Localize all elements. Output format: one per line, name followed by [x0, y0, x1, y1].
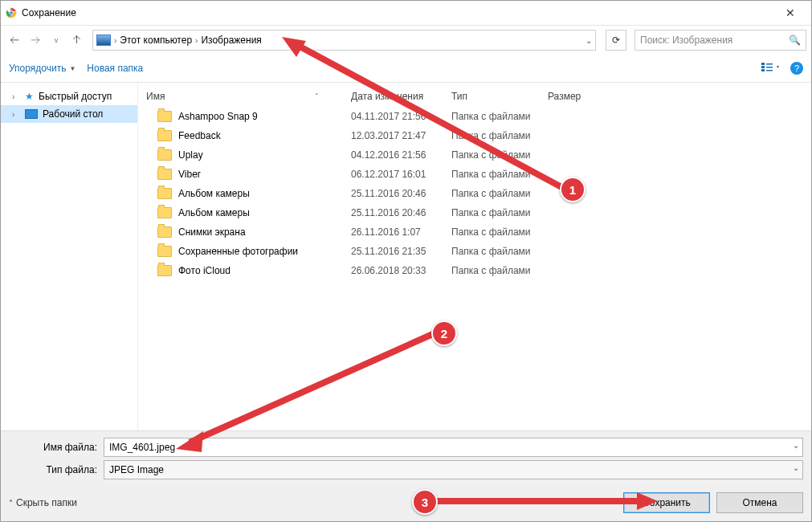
file-type: Папка с файлами — [451, 111, 548, 122]
sidebar-item-desktop[interactable]: › Рабочий стол — [1, 105, 137, 123]
hide-folders-button[interactable]: ˄ Скрыть папки — [9, 497, 77, 508]
svg-rect-6 — [766, 63, 773, 65]
new-folder-button[interactable]: Новая папка — [87, 63, 143, 74]
filename-input[interactable]: IMG_4601.jpeg ⌄ — [104, 438, 803, 457]
svg-rect-7 — [766, 67, 773, 68]
file-name: Viber — [178, 169, 201, 180]
file-type: Папка с файлами — [451, 130, 548, 141]
file-name: Альбом камеры — [178, 188, 250, 199]
window-title: Сохранение — [22, 7, 774, 18]
file-type: Папка с файлами — [451, 207, 548, 218]
table-row[interactable]: Сохраненные фотографии25.11.2016 21:35Па… — [138, 242, 811, 261]
search-input[interactable]: Поиск: Изображения 🔍 — [635, 30, 806, 51]
folder-icon — [157, 111, 172, 122]
file-name: Feedback — [178, 130, 221, 141]
column-name[interactable]: Имя ˄ — [146, 88, 351, 105]
file-name: Снимки экрана — [178, 226, 246, 238]
file-date: 04.11.2017 21:56 — [351, 111, 451, 122]
dialog-body: › ★ Быстрый доступ › Рабочий стол Имя ˄ … — [1, 83, 811, 436]
table-row[interactable]: Viber06.12.2017 16:01Папка с файлами — [138, 165, 811, 184]
up-button[interactable]: 🡡 — [68, 31, 86, 49]
svg-rect-4 — [761, 66, 765, 68]
file-date: 04.12.2016 21:56 — [351, 149, 451, 161]
table-row[interactable]: Ashampoo Snap 904.11.2017 21:56Папка с ф… — [138, 107, 811, 126]
chevron-right-icon: › — [12, 110, 20, 119]
column-type[interactable]: Тип — [451, 88, 548, 105]
table-row[interactable]: Uplay04.12.2016 21:56Папка с файлами — [138, 145, 811, 165]
file-date: 12.03.2017 21:47 — [351, 130, 451, 141]
desktop-icon — [25, 109, 38, 119]
folder-icon — [157, 226, 172, 238]
file-type: Папка с файлами — [451, 265, 548, 276]
chevron-right-icon: › — [195, 36, 198, 45]
title-bar: Сохранение ✕ — [1, 1, 811, 26]
chevron-up-icon: ˄ — [9, 499, 13, 508]
file-list: Имя ˄ Дата изменения Тип Размер Ashampoo… — [138, 83, 811, 436]
file-name: Альбом камеры — [178, 207, 250, 218]
dialog-footer: Имя файла: IMG_4601.jpeg ⌄ Тип файла: JP… — [1, 430, 811, 521]
address-bar[interactable]: › Этот компьютер › Изображения ⌄ — [92, 30, 596, 51]
folder-icon — [157, 207, 172, 218]
filename-row: Имя файла: IMG_4601.jpeg ⌄ — [9, 438, 803, 457]
file-date: 26.11.2016 1:07 — [351, 226, 451, 238]
cancel-button[interactable]: Отмена — [716, 492, 803, 513]
svg-rect-3 — [761, 63, 765, 65]
toolbar: Упорядочить ▼ Новая папка ? — [1, 55, 811, 83]
chevron-down-icon[interactable]: ⌄ — [793, 463, 799, 472]
file-date: 06.12.2017 16:01 — [351, 169, 451, 180]
table-row[interactable]: Feedback12.03.2017 21:47Папка с файлами — [138, 126, 811, 145]
nav-bar: 🡠 🡢 v 🡡 › Этот компьютер › Изображения ⌄… — [1, 26, 811, 55]
file-name: Uplay — [178, 149, 203, 161]
refresh-button[interactable]: ⟳ — [606, 30, 626, 51]
column-size[interactable]: Размер — [548, 88, 612, 105]
this-pc-icon — [96, 35, 111, 46]
table-row[interactable]: Альбом камеры25.11.2016 20:46Папка с фай… — [138, 203, 811, 222]
folder-icon — [157, 130, 172, 141]
help-button[interactable]: ? — [790, 62, 803, 75]
table-row[interactable]: Снимки экрана26.11.2016 1:07Папка с файл… — [138, 222, 811, 242]
sidebar-item-quick-access[interactable]: › ★ Быстрый доступ — [1, 88, 137, 105]
folder-icon — [157, 169, 172, 180]
file-date: 25.11.2016 20:46 — [351, 188, 451, 199]
chrome-icon — [6, 7, 17, 18]
column-headers: Имя ˄ Дата изменения Тип Размер — [138, 83, 811, 107]
sort-indicator-icon: ˄ — [315, 92, 319, 100]
svg-point-2 — [10, 11, 13, 14]
organize-button[interactable]: Упорядочить ▼ — [9, 63, 75, 74]
recent-locations-button[interactable]: v — [47, 31, 65, 49]
close-button[interactable]: ✕ — [774, 6, 806, 19]
forward-button[interactable]: 🡢 — [27, 31, 44, 49]
file-name: Сохраненные фотографии — [178, 246, 298, 257]
folder-icon — [157, 188, 172, 199]
folder-icon — [157, 246, 172, 257]
table-row[interactable]: Альбом камеры25.11.2016 20:46Папка с фай… — [138, 184, 811, 203]
breadcrumb-pictures[interactable]: Изображения — [201, 35, 261, 46]
chevron-down-icon[interactable]: ⌄ — [586, 36, 592, 45]
breadcrumb-this-pc[interactable]: Этот компьютер — [120, 35, 192, 46]
filetype-label: Тип файла: — [9, 464, 104, 475]
file-name: Ashampoo Snap 9 — [178, 111, 258, 122]
folder-icon — [157, 149, 172, 161]
file-type: Папка с файлами — [451, 169, 548, 180]
svg-rect-8 — [766, 70, 773, 71]
chevron-down-icon[interactable]: ⌄ — [793, 441, 799, 450]
chevron-down-icon: ▼ — [69, 65, 75, 72]
file-date: 26.06.2018 20:33 — [351, 265, 451, 276]
file-rows: Ashampoo Snap 904.11.2017 21:56Папка с ф… — [138, 107, 811, 280]
save-button[interactable]: Сохранить — [623, 492, 710, 513]
filename-label: Имя файла: — [9, 442, 104, 453]
column-date[interactable]: Дата изменения — [351, 88, 451, 105]
view-options-button[interactable] — [761, 62, 781, 75]
back-button[interactable]: 🡠 — [6, 31, 23, 49]
star-icon: ★ — [25, 91, 34, 102]
search-icon: 🔍 — [789, 35, 801, 46]
table-row[interactable]: Фото iCloud26.06.2018 20:33Папка с файла… — [138, 261, 811, 280]
file-type: Папка с файлами — [451, 149, 548, 161]
save-dialog: Сохранение ✕ 🡠 🡢 v 🡡 › Этот компьютер › … — [0, 0, 812, 522]
chevron-right-icon: › — [12, 92, 20, 101]
svg-rect-5 — [761, 69, 765, 71]
file-type: Папка с файлами — [451, 188, 548, 199]
file-type: Папка с файлами — [451, 226, 548, 238]
file-name: Фото iCloud — [178, 265, 231, 276]
filetype-select[interactable]: JPEG Image ⌄ — [104, 460, 803, 479]
